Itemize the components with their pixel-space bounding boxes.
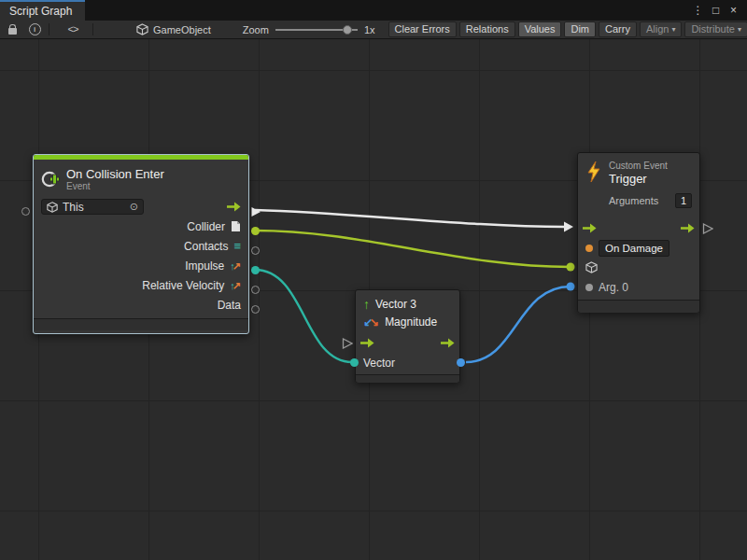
graph-toolbar: i <> GameObject Zoom 1x Clear Errors Rel…: [0, 21, 747, 39]
port-row-collider: Collider: [34, 217, 248, 236]
port-contacts-output[interactable]: [251, 246, 260, 255]
connection-collider-to-target[interactable]: [255, 231, 571, 267]
node-footer: [356, 374, 459, 383]
port-magnitude-output[interactable]: [457, 358, 465, 367]
zoom-slider-handle[interactable]: [343, 25, 352, 35]
control-input-arrow-icon[interactable]: [360, 338, 374, 348]
port-control-output[interactable]: [250, 206, 261, 217]
close-icon[interactable]: ×: [726, 1, 741, 20]
node-trigger-custom-event[interactable]: Custom Event Trigger Arguments 1: [577, 152, 700, 313]
node-title: Trigger: [609, 172, 692, 187]
control-output-arrow-icon[interactable]: [441, 338, 455, 348]
maximize-icon[interactable]: □: [708, 1, 724, 20]
node-header: ↑ Vector 3 ↙↘ Magnitude: [356, 290, 459, 333]
event-name-field[interactable]: On Damage: [599, 240, 669, 257]
code-icon: <>: [67, 24, 78, 35]
port-target-input[interactable]: [21, 207, 30, 216]
menu-icon[interactable]: ⋮: [690, 1, 706, 20]
port-label: Impulse: [185, 259, 224, 273]
port-arg0-input[interactable]: [585, 284, 593, 291]
zoom-slider[interactable]: [275, 24, 358, 35]
toolbar-separator: [92, 23, 93, 35]
node-category: Custom Event: [609, 161, 692, 172]
toolbar-buttons: Clear Errors Relations Values Dim Carry …: [388, 21, 747, 37]
node-vector3-magnitude[interactable]: ↑ Vector 3 ↙↘ Magnitude Vector: [355, 289, 460, 383]
node-on-collision-enter[interactable]: On Collision Enter Event This ⊙: [33, 154, 249, 334]
document-icon: [231, 220, 241, 232]
cube-icon: [136, 23, 148, 35]
script-graph-window: Script Graph ⋮ □ × i <> GameObject Zoom: [0, 0, 747, 560]
arguments-row: Arguments 1: [609, 193, 692, 208]
port-impulse-output[interactable]: [251, 266, 260, 274]
relations-button[interactable]: Relations: [459, 21, 515, 37]
port-control-input[interactable]: [342, 338, 353, 349]
cube-icon: [585, 261, 598, 273]
connection-control-arrowhead: [564, 222, 573, 232]
code-view-button[interactable]: <>: [64, 22, 81, 37]
clear-errors-button[interactable]: Clear Errors: [388, 21, 457, 37]
zoom-control: Zoom 1x: [243, 24, 375, 35]
node-subtitle: Event: [66, 181, 164, 192]
arguments-count-field[interactable]: 1: [675, 193, 692, 208]
tab-script-graph[interactable]: Script Graph: [0, 0, 85, 21]
port-row-impulse: Impulse ↑↗: [34, 256, 248, 275]
distribute-button[interactable]: Distribute▾: [684, 21, 747, 37]
port-relative-velocity-output[interactable]: [251, 286, 260, 294]
zoom-value: 1x: [364, 24, 375, 35]
port-label: Collider: [187, 220, 225, 233]
target-picker-icon[interactable]: ⊙: [130, 201, 138, 213]
node-header: Custom Event Trigger Arguments 1: [578, 153, 699, 218]
port-name-input[interactable]: [585, 245, 593, 252]
tab-label: Script Graph: [9, 5, 72, 18]
connection-magnitude-to-arg0[interactable]: [466, 287, 571, 362]
port-row-control: [356, 333, 459, 353]
port-data-output[interactable]: [251, 305, 260, 314]
vector-icon: ↑↗: [230, 259, 241, 273]
dim-button[interactable]: Dim: [564, 21, 596, 37]
gameobject-context[interactable]: GameObject: [136, 23, 211, 35]
port-row-vector: Vector: [356, 353, 459, 372]
graph-canvas[interactable]: On Collision Enter Event This ⊙: [0, 39, 747, 560]
align-button[interactable]: Align▾: [640, 21, 682, 37]
event-accent-strip: [34, 155, 248, 160]
node-footer: [578, 300, 699, 313]
port-label: Data: [218, 299, 241, 312]
control-output-arrow-icon[interactable]: [681, 223, 695, 233]
port-vector-input[interactable]: [350, 358, 359, 367]
port-label: Vector: [363, 357, 395, 370]
tab-bar: Script Graph ⋮ □ ×: [0, 0, 747, 21]
carry-button[interactable]: Carry: [599, 21, 637, 37]
values-button[interactable]: Values: [518, 21, 562, 37]
lightning-icon: [585, 161, 602, 183]
cube-icon: [47, 202, 58, 213]
lock-icon: [8, 28, 17, 35]
port-collider-output[interactable]: [251, 227, 260, 235]
lock-button[interactable]: [4, 22, 21, 37]
port-control-output[interactable]: [702, 223, 713, 234]
connection-endpoint: [567, 263, 575, 272]
port-row-target: This ⊙: [34, 197, 248, 217]
port-label: Contacts: [184, 240, 228, 253]
event-icon: [41, 170, 60, 189]
port-label: Relative Velocity: [142, 279, 224, 292]
list-icon: ≡: [233, 240, 241, 252]
control-input-arrow-icon[interactable]: [583, 223, 597, 233]
target-self-field[interactable]: This ⊙: [41, 199, 144, 215]
magnitude-icon: ↙↘: [363, 315, 379, 329]
connection-control-flow[interactable]: [255, 210, 565, 227]
port-row-data: Data: [34, 295, 248, 315]
vector-icon: ↑↗: [230, 279, 241, 292]
chevron-down-icon: ▾: [738, 22, 741, 36]
node-footer: [34, 318, 248, 330]
connection-impulse-to-vector[interactable]: [255, 270, 352, 362]
arguments-label: Arguments: [609, 195, 658, 206]
port-row-contacts: Contacts ≡: [34, 236, 248, 256]
window-controls: ⋮ □ ×: [690, 0, 747, 21]
info-button[interactable]: i: [26, 22, 43, 37]
target-value: This: [63, 201, 84, 214]
chevron-down-icon: ▾: [671, 22, 675, 36]
port-label: Arg. 0: [599, 281, 628, 294]
node-subtitle: Magnitude: [385, 315, 437, 329]
gameobject-label: GameObject: [153, 24, 211, 35]
control-output-arrow-icon[interactable]: [227, 202, 241, 212]
